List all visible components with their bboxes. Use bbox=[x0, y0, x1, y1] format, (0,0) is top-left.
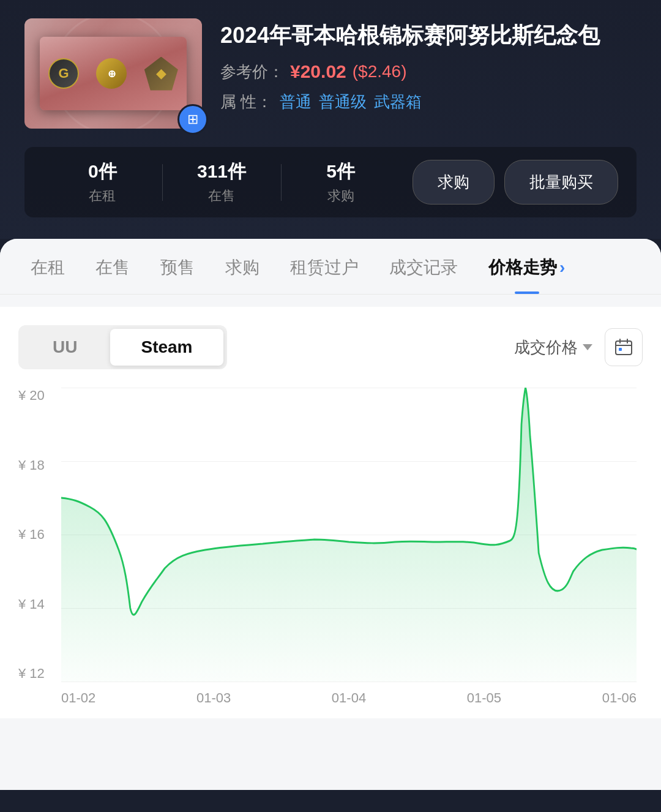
toggle-uu-button[interactable]: UU bbox=[22, 329, 108, 366]
product-header: ⊕ G ⊕ ◆ ⊞ 2024年哥本哈根锦标赛阿努比斯纪念包 参考价： ¥20.0… bbox=[24, 18, 637, 129]
stat-bid: 5件 求购 bbox=[281, 159, 400, 205]
tab-trade-record[interactable]: 成交记录 bbox=[377, 239, 470, 294]
bid-button[interactable]: 求购 bbox=[413, 160, 495, 205]
tab-lease-transfer[interactable]: 租赁过户 bbox=[278, 239, 371, 294]
tab-bar: 在租 在售 预售 求购 租赁过户 成交记录 价格走势› bbox=[0, 239, 661, 295]
toggle-row: UU Steam 成交价格 bbox=[18, 325, 643, 369]
toggle-steam-button[interactable]: Steam bbox=[110, 329, 223, 366]
calendar-icon bbox=[614, 337, 633, 357]
case-emblem-left: G bbox=[48, 58, 79, 89]
stat-rent-label: 在租 bbox=[43, 187, 162, 205]
y-label-20: ¥ 20 bbox=[18, 388, 45, 404]
stat-rent-count: 0件 bbox=[43, 159, 162, 184]
x-label-0103: 01-03 bbox=[196, 690, 231, 706]
dropdown-arrow-icon bbox=[583, 344, 592, 350]
product-price-row: 参考价： ¥20.02 ($2.46) bbox=[220, 61, 637, 83]
stat-rent: 0件 在租 bbox=[43, 159, 162, 205]
chart-container: ¥ 20 ¥ 18 ¥ 16 ¥ 14 ¥ 12 bbox=[18, 388, 643, 706]
price-label: 参考价： bbox=[220, 61, 284, 83]
product-title: 2024年哥本哈根锦标赛阿努比斯纪念包 bbox=[220, 21, 637, 50]
stat-bid-count: 5件 bbox=[281, 159, 400, 184]
chart-controls: 成交价格 bbox=[514, 328, 643, 366]
attr-tag-3: 武器箱 bbox=[374, 91, 422, 113]
svg-rect-0 bbox=[616, 341, 632, 355]
price-type-label: 成交价格 bbox=[514, 337, 578, 358]
stats-row: 0件 在租 311件 在售 5件 求购 求购 批量购买 bbox=[24, 147, 637, 217]
stat-bid-label: 求购 bbox=[281, 187, 400, 205]
tab-sale[interactable]: 在售 bbox=[83, 239, 142, 294]
attr-tag-1: 普通 bbox=[280, 91, 312, 113]
svg-rect-5 bbox=[622, 348, 626, 351]
product-image: ⊕ G ⊕ ◆ bbox=[24, 18, 202, 129]
x-label-0104: 01-04 bbox=[332, 690, 366, 706]
tab-price-trend[interactable]: 价格走势› bbox=[476, 239, 577, 294]
x-label-0105: 01-05 bbox=[467, 690, 501, 706]
product-badge: ⊞ bbox=[177, 104, 208, 135]
chart-body bbox=[61, 388, 637, 682]
tab-presale[interactable]: 预售 bbox=[148, 239, 207, 294]
case-emblem-center: ⊕ bbox=[96, 58, 127, 89]
y-axis: ¥ 20 ¥ 18 ¥ 16 ¥ 14 ¥ 12 bbox=[18, 388, 61, 682]
stat-actions: 求购 批量购买 bbox=[413, 160, 618, 205]
product-info: 2024年哥本哈根锦标赛阿努比斯纪念包 参考价： ¥20.02 ($2.46) … bbox=[220, 18, 637, 113]
y-label-12: ¥ 12 bbox=[18, 666, 45, 682]
y-label-14: ¥ 14 bbox=[18, 596, 45, 612]
badge-icon: ⊞ bbox=[187, 111, 198, 127]
x-label-0106: 01-06 bbox=[602, 690, 637, 706]
y-label-16: ¥ 16 bbox=[18, 527, 45, 543]
x-axis: 01-02 01-03 01-04 01-05 01-06 bbox=[61, 682, 637, 706]
attr-tag-2: 普通级 bbox=[319, 91, 367, 113]
price-type-selector[interactable]: 成交价格 bbox=[514, 337, 592, 358]
tab-rent[interactable]: 在租 bbox=[18, 239, 77, 294]
price-usd: ($2.46) bbox=[353, 62, 407, 81]
chart-svg bbox=[61, 388, 637, 682]
x-label-0102: 01-02 bbox=[61, 690, 95, 706]
bottom-section: 在租 在售 预售 求购 租赁过户 成交记录 价格走势› UU Steam 成交价… bbox=[0, 239, 661, 790]
top-section: ⊕ G ⊕ ◆ ⊞ 2024年哥本哈根锦标赛阿努比斯纪念包 参考价： ¥20.0… bbox=[0, 0, 661, 239]
y-label-18: ¥ 18 bbox=[18, 457, 45, 473]
svg-rect-6 bbox=[626, 348, 629, 351]
chart-section: UU Steam 成交价格 bbox=[0, 307, 661, 718]
product-attrs: 属 性： 普通 普通级 武器箱 bbox=[220, 91, 637, 113]
tab-bid[interactable]: 求购 bbox=[213, 239, 272, 294]
case-emblem-right: ◆ bbox=[144, 57, 178, 91]
tab-arrow-icon: › bbox=[559, 258, 565, 277]
chart-area-fill bbox=[61, 388, 637, 682]
stat-sale-label: 在售 bbox=[162, 187, 282, 205]
stat-sale-count: 311件 bbox=[162, 159, 282, 184]
toggle-group: UU Steam bbox=[18, 325, 227, 369]
stat-sale: 311件 在售 bbox=[162, 159, 282, 205]
attrs-label: 属 性： bbox=[220, 91, 272, 113]
price-cny: ¥20.02 bbox=[290, 61, 346, 82]
calendar-button[interactable] bbox=[605, 328, 643, 366]
product-image-area: ⊕ G ⊕ ◆ ⊞ bbox=[24, 18, 202, 129]
case-body: G ⊕ ◆ bbox=[40, 37, 187, 110]
bulk-buy-button[interactable]: 批量购买 bbox=[504, 160, 618, 205]
svg-rect-4 bbox=[619, 348, 622, 351]
